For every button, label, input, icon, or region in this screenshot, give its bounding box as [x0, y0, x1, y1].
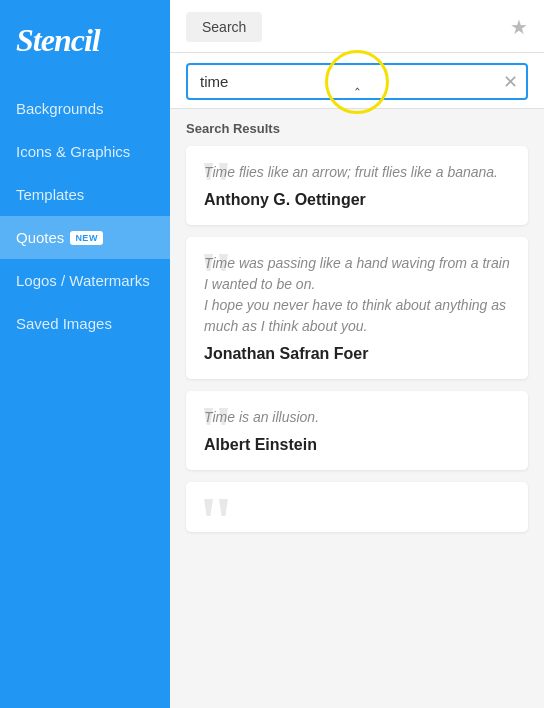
main-content: Search ★ ✕ ‸ Search Results " Time flies… — [170, 0, 544, 708]
quote-author-3: Albert Einstein — [204, 436, 510, 454]
favorite-icon[interactable]: ★ — [510, 15, 528, 39]
sidebar-item-backgrounds[interactable]: Backgrounds — [0, 87, 170, 130]
search-input[interactable] — [186, 63, 528, 100]
sidebar: Stencil Backgrounds Icons & Graphics Tem… — [0, 0, 170, 708]
toolbar: Search ★ — [170, 0, 544, 53]
search-tab-button[interactable]: Search — [186, 12, 262, 42]
sidebar-item-icons-graphics-label: Icons & Graphics — [16, 143, 130, 160]
quote-mark-3: " — [196, 395, 236, 467]
logo-area: Stencil — [0, 0, 170, 87]
results-area: Search Results " Time flies like an arro… — [170, 109, 544, 708]
sidebar-item-saved-images-label: Saved Images — [16, 315, 112, 332]
sidebar-item-templates[interactable]: Templates — [0, 173, 170, 216]
sidebar-item-icons-graphics[interactable]: Icons & Graphics — [0, 130, 170, 173]
quotes-new-badge: NEW — [70, 231, 103, 245]
search-clear-button[interactable]: ✕ — [503, 73, 518, 91]
quote-text-2: Time was passing like a hand waving from… — [204, 253, 510, 337]
quote-card-2[interactable]: " Time was passing like a hand waving fr… — [186, 237, 528, 379]
sidebar-item-quotes[interactable]: Quotes NEW — [0, 216, 170, 259]
quote-card-4[interactable]: " — [186, 482, 528, 532]
sidebar-item-logos-watermarks[interactable]: Logos / Watermarks — [0, 259, 170, 302]
search-area: ✕ ‸ — [170, 53, 544, 109]
quote-card-1[interactable]: " Time flies like an arrow; fruit flies … — [186, 146, 528, 225]
search-input-wrapper: ✕ ‸ — [186, 63, 528, 100]
sidebar-item-templates-label: Templates — [16, 186, 84, 203]
quote-mark-1: " — [196, 150, 236, 222]
quote-card-3[interactable]: " Time is an illusion. Albert Einstein — [186, 391, 528, 470]
sidebar-item-backgrounds-label: Backgrounds — [16, 100, 104, 117]
quote-mark-4: " — [196, 486, 236, 532]
quote-text-3: Time is an illusion. — [204, 407, 510, 428]
quote-author-2: Jonathan Safran Foer — [204, 345, 510, 363]
quote-text-1: Time flies like an arrow; fruit flies li… — [204, 162, 510, 183]
results-label: Search Results — [186, 121, 528, 136]
quote-author-1: Anthony G. Oettinger — [204, 191, 510, 209]
sidebar-item-quotes-label: Quotes — [16, 229, 64, 246]
app-logo: Stencil — [16, 22, 100, 58]
sidebar-item-saved-images[interactable]: Saved Images — [0, 302, 170, 345]
sidebar-nav: Backgrounds Icons & Graphics Templates Q… — [0, 87, 170, 345]
sidebar-item-logos-watermarks-label: Logos / Watermarks — [16, 272, 150, 289]
